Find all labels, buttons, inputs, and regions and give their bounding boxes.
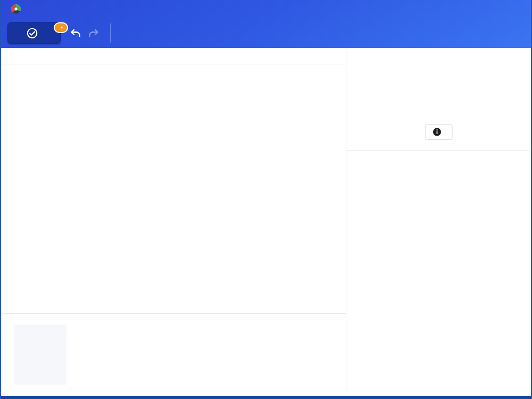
pending-operations-badge[interactable] [54,22,68,33]
header [1,0,531,48]
info-icon [433,128,441,136]
chevron-down-icon [60,27,63,29]
app-window [0,0,532,399]
redo-button[interactable] [87,27,100,40]
apply-button[interactable] [7,22,61,44]
panel-divider [346,150,531,151]
toolbar [1,18,531,48]
disk-map-panel [1,314,346,396]
check-circle-icon [27,28,38,39]
disk-map-disk-block[interactable] [14,325,66,385]
window-bottom-edge [1,396,531,399]
undo-icon [69,27,82,40]
disk-map-strip [1,325,346,385]
undo-button[interactable] [69,27,82,40]
titlebar [1,0,531,18]
disk-table [1,48,346,314]
toolbar-separator [110,23,111,43]
properties-health-button[interactable] [425,124,452,140]
table-header [1,48,346,64]
detail-panel [346,48,531,396]
redo-icon [87,27,100,40]
disk-icon [419,60,459,92]
app-logo-icon [11,4,21,14]
